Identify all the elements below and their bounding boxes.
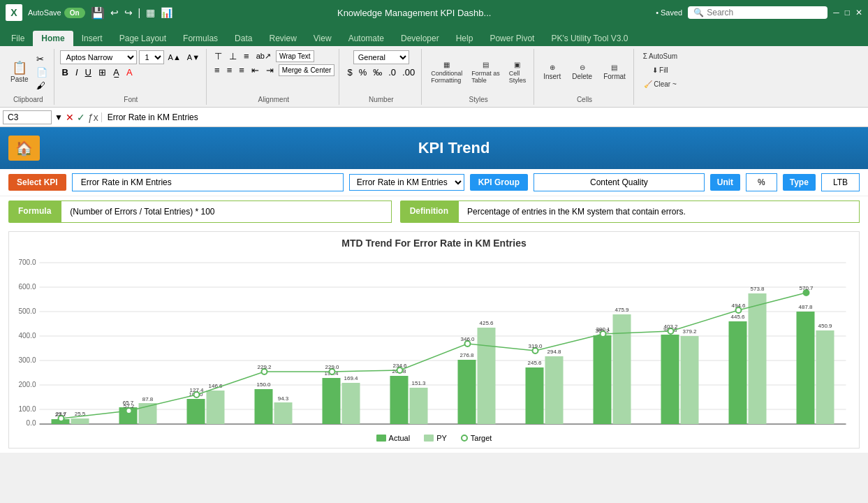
decrease-indent-icon[interactable]: ⇤ — [249, 64, 261, 76]
legend-actual-box — [376, 435, 386, 442]
home-icon[interactable]: 🏠 — [8, 136, 40, 161]
increase-decimal-icon[interactable]: .00 — [400, 66, 417, 78]
kpi-group-value: Content Quality — [534, 173, 705, 191]
tab-developer[interactable]: Developer — [392, 31, 448, 46]
tab-file[interactable]: File — [3, 31, 33, 46]
clipboard-label: Clipboard — [13, 96, 43, 103]
underline-icon[interactable]: U — [83, 66, 94, 78]
right-align-icon[interactable]: ≡ — [237, 64, 247, 76]
svg-text:87.8: 87.8 — [142, 396, 154, 402]
chart-legend: Actual PY Target — [15, 434, 853, 442]
svg-text:57.2: 57.2 — [124, 403, 135, 409]
confirm-formula-icon[interactable]: ✓ — [77, 112, 85, 123]
fill-button[interactable]: ⬇ Fill — [640, 64, 681, 76]
legend-actual: Actual — [376, 434, 411, 442]
format-icon: ▤ — [611, 64, 617, 71]
number-format-select[interactable]: General — [353, 50, 409, 64]
type-value: LTB — [821, 173, 860, 191]
orient-icon[interactable]: ab↗ — [254, 51, 273, 61]
wrap-text-button[interactable]: Wrap Text — [276, 50, 314, 62]
select-kpi-label: Select KPI — [8, 174, 66, 191]
merge-center-button[interactable]: Merge & Center — [279, 64, 335, 76]
bar-actual-jul — [458, 360, 476, 424]
currency-icon[interactable]: $ — [345, 66, 354, 78]
ribbon-toolbar: 📋 Paste ✂ 📄 🖌 Clipboard Aptos Narrow 10 … — [0, 46, 868, 108]
copy-icon[interactable]: 📄 — [34, 66, 50, 78]
conditional-formatting-button[interactable]: ▦ ConditionalFormatting — [427, 59, 466, 86]
tab-data[interactable]: Data — [226, 31, 260, 46]
middle-align-icon[interactable]: ⊥ — [227, 50, 239, 62]
legend-target-label: Target — [471, 434, 492, 442]
italic-icon[interactable]: I — [73, 66, 80, 78]
svg-text:127.4: 127.4 — [189, 387, 204, 393]
editing-group: Σ AutoSum ⬇ Fill 🧹 Clear ~ — [635, 49, 685, 105]
undo-icon[interactable]: ↩ — [110, 7, 119, 18]
kpi-dropdown[interactable]: Error Rate in KM Entries — [349, 174, 464, 191]
insert-function-icon[interactable]: ƒx — [88, 112, 98, 123]
paste-icon: 📋 — [12, 61, 27, 74]
increase-indent-icon[interactable]: ⇥ — [264, 64, 276, 76]
bottom-align-icon[interactable]: ≡ — [242, 50, 251, 62]
cell-reference[interactable] — [3, 110, 52, 124]
tab-formulas[interactable]: Formulas — [175, 31, 226, 46]
font-name-select[interactable]: Aptos Narrow — [60, 50, 137, 64]
autosum-button[interactable]: Σ AutoSum — [640, 50, 681, 62]
alignment-label: Alignment — [258, 96, 289, 103]
percent-icon[interactable]: % — [357, 66, 369, 78]
search-box[interactable]: 🔍 — [688, 6, 827, 19]
kpi-selector-row: Select KPI Error Rate in KM Entries Erro… — [0, 169, 868, 196]
format-button[interactable]: ▤ Format — [600, 61, 629, 82]
cell-styles-button[interactable]: ▣ CellStyles — [506, 59, 530, 86]
autosave-toggle[interactable]: On — [64, 8, 85, 18]
bar-actual-jun — [390, 376, 409, 424]
font-color-icon[interactable]: A — [124, 66, 135, 78]
alignment-group: ⊤ ⊥ ≡ ab↗ Wrap Text ≡ ≡ ≡ ⇤ ⇥ Merge & Ce… — [208, 49, 339, 105]
minimize-icon[interactable]: ─ — [833, 8, 839, 17]
search-input[interactable] — [707, 8, 818, 17]
bar-py-jul — [478, 328, 496, 424]
tab-home[interactable]: Home — [33, 31, 73, 46]
tab-pks-utility[interactable]: PK's Utility Tool V3.0 — [543, 31, 636, 46]
clear-icon: 🧹 — [644, 80, 652, 88]
tab-help[interactable]: Help — [448, 31, 482, 46]
decrease-font-icon[interactable]: A▼ — [185, 52, 202, 62]
bar-py-apr — [274, 402, 293, 424]
bold-icon[interactable]: B — [60, 66, 71, 78]
format-as-table-button[interactable]: ▤ Format asTable — [468, 59, 503, 86]
fill-color-icon[interactable]: A̲ — [111, 66, 122, 78]
left-align-icon[interactable]: ≡ — [212, 64, 222, 76]
tab-power-pivot[interactable]: Power Pivot — [481, 31, 543, 46]
legend-target: Target — [461, 434, 492, 442]
table-icon[interactable]: ▦ — [146, 7, 155, 18]
svg-text:487.8: 487.8 — [798, 304, 813, 310]
insert-button[interactable]: ⊕ Insert — [540, 61, 564, 82]
save-icon[interactable]: 💾 — [91, 6, 105, 20]
clear-button[interactable]: 🧹 Clear ~ — [640, 78, 681, 90]
legend-actual-label: Actual — [389, 434, 411, 442]
cut-icon[interactable]: ✂ — [34, 53, 50, 65]
bar-py-oct — [681, 336, 699, 424]
tab-automate[interactable]: Automate — [340, 31, 392, 46]
format-painter-icon[interactable]: 🖌 — [34, 80, 50, 92]
tab-review[interactable]: Review — [260, 31, 304, 46]
cell-ref-dropdown-icon[interactable]: ▼ — [54, 112, 63, 122]
restore-icon[interactable]: □ — [845, 8, 850, 17]
svg-text:234.6: 234.6 — [392, 363, 407, 369]
tab-view[interactable]: View — [305, 31, 340, 46]
cancel-formula-icon[interactable]: ✕ — [66, 112, 74, 123]
delete-button[interactable]: ⊖ Delete — [568, 61, 596, 82]
kpi-value-display: Error Rate in KM Entries — [72, 173, 344, 191]
top-align-icon[interactable]: ⊤ — [212, 50, 224, 62]
border-icon[interactable]: ⊞ — [96, 66, 108, 78]
increase-font-icon[interactable]: A▲ — [166, 52, 183, 62]
paste-button[interactable]: 📋 Paste — [7, 59, 32, 85]
tab-page-layout[interactable]: Page Layout — [111, 31, 175, 46]
close-icon[interactable]: ✕ — [855, 8, 862, 17]
redo-icon[interactable]: ↪ — [124, 7, 133, 18]
decrease-decimal-icon[interactable]: .0 — [386, 66, 398, 78]
comma-icon[interactable]: ‰ — [371, 66, 384, 78]
tab-insert[interactable]: Insert — [73, 31, 111, 46]
font-size-select[interactable]: 10 — [139, 50, 164, 64]
center-align-icon[interactable]: ≡ — [225, 64, 235, 76]
chart-icon[interactable]: 📊 — [161, 7, 172, 18]
